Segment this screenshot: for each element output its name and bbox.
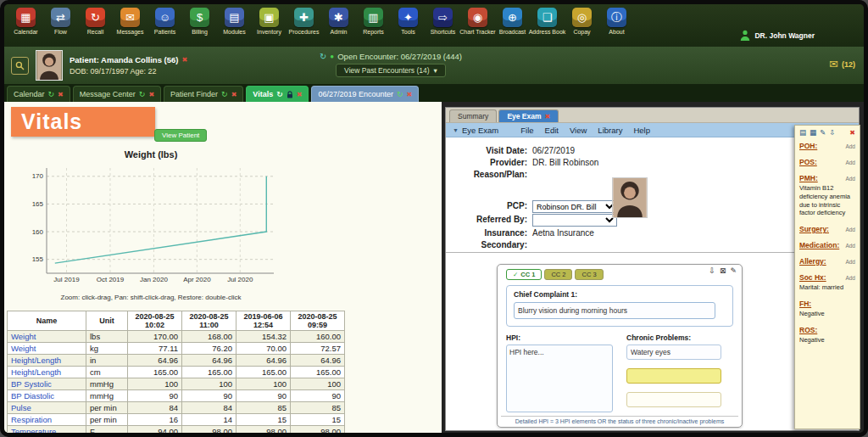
menu-item[interactable]: View [570,126,587,135]
vital-name-link[interactable]: Height/Length [8,367,86,378]
weight-line-chart[interactable]: 155160165170Jul 2019Oct 2019Jan 2020Apr … [21,161,281,289]
mail-indicator[interactable]: ✉ (12) [829,58,855,70]
current-user[interactable]: DR. John Wagner [740,30,815,41]
section-label[interactable]: ROS: [799,326,817,334]
section-label[interactable]: POH: [799,142,817,150]
toolbar-button[interactable]: ⇨ Shortcuts [426,8,460,35]
close-icon[interactable]: ✖ [231,91,237,98]
vitals-row: Respiration per min 16 14 15 15 [8,414,345,426]
section-label[interactable]: Allergy: [799,257,826,266]
section-add-link[interactable]: Add [845,176,855,182]
section-add-link[interactable]: Add [845,259,855,265]
section-label[interactable]: Medication: [799,241,839,249]
section-add-link[interactable]: Add [845,227,855,233]
download-icon[interactable]: ⇩ [709,266,715,275]
toolbar-button[interactable]: ✦ Tools [391,8,426,35]
toolbar-button[interactable]: ✚ Procedures [287,8,321,35]
refresh-icon[interactable]: ↻ [276,90,283,98]
referred-by-select[interactable] [532,214,617,227]
close-icon[interactable]: ✖ [148,91,154,98]
tab-cc3[interactable]: CC 3 [575,269,603,280]
toolbar-button[interactable]: ◉ Chart Tracker [460,8,495,35]
view-patient-button[interactable]: View Patient [154,129,207,142]
vital-name-link[interactable]: Height/Length [8,355,86,367]
vital-name-link[interactable]: Weight [8,331,86,343]
refresh-encounter-icon[interactable]: ↻ [320,52,326,61]
menu-item[interactable]: Help [633,126,650,135]
menu-item[interactable]: Edit [545,126,559,135]
patient-info: Patient: Amanda Collins (56) ✖ DOB: 09/1… [70,55,187,76]
toolbar-button[interactable]: $ Billing [182,8,217,35]
tab-encounter[interactable]: 06/27/2019 Encounter ↻ ✖ [311,86,419,102]
filter-icon[interactable]: ▼ [453,127,459,133]
section-label[interactable]: Soc Hx: [799,273,826,282]
chronic-problem-input-1[interactable] [626,345,721,360]
vital-name-link[interactable]: Pulse [8,402,86,414]
tab-message-center[interactable]: Message Center ↻ ✖ [73,86,161,102]
document-icon[interactable]: ▤ [799,128,806,137]
trash-icon[interactable]: ⊠ [720,266,726,275]
tab-vitals[interactable]: Vitals ↻ ✖ [246,86,309,102]
refresh-icon[interactable]: ↻ [48,90,55,98]
toolbar-button[interactable]: ◎ Copay [565,8,599,35]
close-icon[interactable]: ✖ [407,91,413,98]
notes-icon[interactable]: ▦ [810,128,816,137]
pcp-select[interactable]: Robinson DR. Bill [532,200,617,213]
toolbar-button[interactable]: ❏ Address Book [530,8,565,35]
chronic-problem-input-2[interactable] [626,368,721,384]
view-past-encounters-button[interactable]: View Past Encounters (14) ▾ [336,64,446,77]
download-icon[interactable]: ⇩ [829,128,835,137]
toolbar-button[interactable]: ☺ Patients [147,8,182,35]
close-icon[interactable]: ✖ [545,113,551,120]
tab-calendar[interactable]: Calendar ↻ ✖ [7,86,70,102]
edit-icon[interactable]: ✎ [820,128,826,137]
vital-name-link[interactable]: BP Systolic [8,378,86,390]
tab-patient-finder[interactable]: Patient Finder ↻ ✖ [164,86,243,102]
refresh-icon[interactable]: ↻ [397,90,403,98]
refresh-icon[interactable]: ↻ [221,90,228,98]
close-patient-icon[interactable]: ✖ [181,56,187,64]
toolbar-icon-glyph: ⊕ [508,11,517,24]
tab-cc2[interactable]: CC 2 [544,269,572,280]
menu-item[interactable]: File [520,126,533,135]
toolbar-button[interactable]: ▥ Reports [356,8,391,35]
toolbar-button[interactable]: ⓘ About [599,8,634,35]
side-panel-section: ROS: Negative [799,326,855,345]
toolbar-button[interactable]: ✉ Messages [113,8,147,35]
section-label[interactable]: POS: [799,158,817,166]
section-add-link[interactable]: Add [845,143,855,149]
refresh-icon[interactable]: ↻ [139,90,146,98]
tab-eye-exam[interactable]: Eye Exam ✖ [498,109,559,122]
toolbar-button[interactable]: ▤ Modules [217,8,252,35]
menu-item[interactable]: Library [598,126,622,135]
vitals-page-title: Vitals [11,107,155,137]
hpi-textarea[interactable]: HPI here... [506,345,613,412]
vital-name-link[interactable]: Respiration [8,414,86,426]
tab-summary[interactable]: Summary [449,109,497,122]
section-add-link[interactable]: Add [845,243,855,249]
toolbar-button[interactable]: ↻ Recall [78,8,113,35]
vital-name-link[interactable]: Temperature [8,426,86,434]
close-icon[interactable]: ✖ [58,91,64,98]
vital-name-link[interactable]: BP Diastolic [8,390,86,402]
toolbar-button[interactable]: ✱ Admin [321,8,356,35]
section-label[interactable]: FH: [799,300,811,308]
close-icon[interactable]: ✖ [297,91,303,98]
section-add-link[interactable]: Add [845,275,855,281]
chronic-problem-input-3[interactable] [626,392,721,407]
section-label[interactable]: Surgery: [799,225,829,233]
toolbar-button[interactable]: ▦ Calendar [8,8,43,35]
toolbar-button[interactable]: ▣ Inventory [252,8,287,35]
tab-cc1[interactable]: ✓ CC 1 [506,269,542,280]
toolbar-button[interactable]: ⇄ Flow [43,8,78,35]
chief-complaint-input[interactable] [514,302,715,319]
vital-value: 90 [236,390,291,402]
vital-name-link[interactable]: Weight [8,343,86,355]
close-icon[interactable]: ✖ [849,129,855,137]
toolbar-button[interactable]: ⊕ Broadcast [495,8,530,35]
patient-search-button[interactable] [11,57,29,75]
section-label[interactable]: PMH: [799,174,818,182]
section-add-link[interactable]: Add [845,160,855,165]
side-panel-sections: POH: Add POS: Add [799,142,855,344]
edit-icon[interactable]: ✎ [730,266,737,275]
